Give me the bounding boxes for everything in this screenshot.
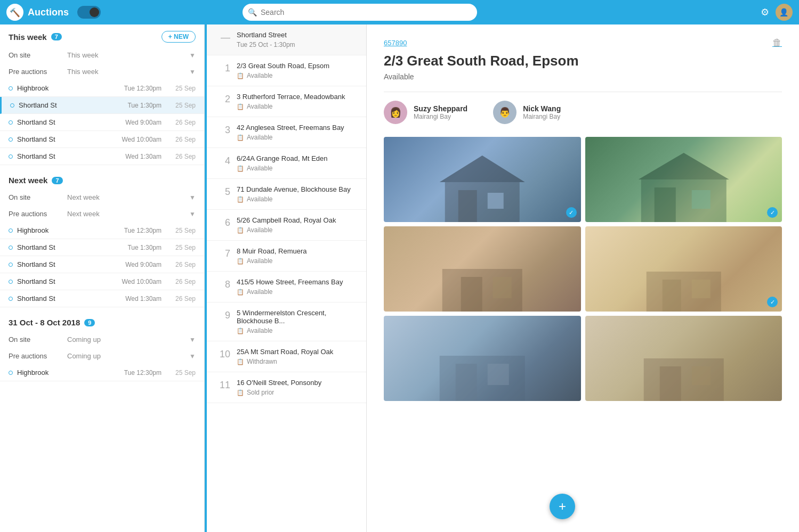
list-item[interactable]: 4 6/24A Grange Road, Mt Eden 📋 Available	[207, 148, 366, 179]
svg-rect-19	[691, 366, 710, 385]
sidebar-item[interactable]: Shortland St Wed 10:00am 26 Sep	[0, 273, 204, 290]
category-pre-auctions-this-week[interactable]: Pre auctions This week ▼	[0, 63, 204, 80]
main-content: This week 7 + NEW On site This week ▼ Pr…	[0, 24, 799, 532]
chevron-icon: ▼	[189, 52, 196, 59]
sidebar-item[interactable]: Highbrook Tue 12:30pm 25 Sep	[0, 80, 204, 97]
property-id[interactable]: 657890	[384, 39, 407, 47]
list-item[interactable]: 1 2/3 Great South Road, Epsom 📋 Availabl…	[207, 55, 366, 86]
calendar-icon: 📋	[237, 389, 244, 396]
sidebar-item[interactable]: Highbrook Tue 12:30pm 25 Sep	[0, 364, 204, 381]
delete-icon[interactable]: 🗑	[772, 37, 782, 48]
list-header-entry[interactable]: — Shortland Street Tue 25 Oct - 1:30pm	[207, 24, 366, 55]
list-item[interactable]: 9 5 Windermerelston Crescent, Blockhouse…	[207, 302, 366, 341]
list-item[interactable]: 2 3 Rutherford Terrace, Meadowbank 📋 Ava…	[207, 86, 366, 117]
sidebar-item[interactable]: Shortland St Tue 1:30pm 25 Sep	[0, 239, 204, 256]
svg-rect-12	[662, 280, 681, 312]
section-title-oct-range: 31 Oct - 8 Oct 2018 9	[9, 318, 95, 327]
dot-icon	[10, 103, 14, 108]
header-actions: ⚙ 👤	[761, 4, 793, 21]
toggle-switch[interactable]	[77, 6, 101, 19]
dot-icon	[9, 120, 13, 125]
dot-icon	[9, 86, 13, 91]
photo-thumb-5[interactable]	[384, 316, 581, 401]
agent-avatar-2: 👨	[493, 101, 516, 124]
sidebar-item[interactable]: Shortland St Wed 1:30am 26 Sep	[0, 148, 204, 165]
svg-rect-18	[659, 366, 681, 401]
svg-rect-6	[654, 187, 675, 222]
logo-icon: 🔨	[6, 4, 23, 21]
list-num-dash: —	[215, 31, 230, 43]
photo-thumb-6[interactable]	[585, 316, 782, 401]
list-num: 6	[215, 216, 230, 228]
chevron-icon: ▼	[189, 336, 196, 343]
dot-icon	[9, 280, 13, 284]
category-on-site-this-week[interactable]: On site This week ▼	[0, 47, 204, 63]
section-title-this-week: This week 7	[9, 32, 62, 42]
sidebar-item[interactable]: Shortland St Wed 1:30am 26 Sep	[0, 290, 204, 307]
sidebar-item-active[interactable]: Shortland St Tue 1:30pm 25 Sep	[0, 97, 204, 114]
agent-location-1: Mairangi Bay	[414, 113, 467, 120]
property-id-row: 657890 🗑	[384, 37, 782, 48]
calendar-icon: 📋	[237, 328, 244, 334]
photo-thumb-1[interactable]: ✓	[384, 137, 581, 222]
svg-rect-10	[493, 277, 512, 298]
next-week-badge: 7	[52, 177, 62, 184]
search-icon: 🔍	[248, 8, 257, 17]
category-on-site-coming[interactable]: On site Coming up ▼	[0, 331, 204, 348]
list-item[interactable]: 3 42 Anglesea Street, Freemans Bay 📋 Ava…	[207, 117, 366, 148]
list-item[interactable]: 10 25A Mt Smart Road, Royal Oak 📋 Withdr…	[207, 341, 366, 372]
list-item[interactable]: 7 8 Muir Road, Remuera 📋 Available	[207, 241, 366, 272]
sidebar: This week 7 + NEW On site This week ▼ Pr…	[0, 24, 205, 532]
list-num: 9	[215, 309, 230, 321]
agent-avatar-1: 👩	[384, 101, 407, 124]
sidebar-item[interactable]: Shortland St Wed 9:00am 26 Sep	[0, 256, 204, 273]
photo-thumb-3[interactable]	[384, 226, 581, 312]
section-title-next-week: Next week 7	[9, 176, 63, 185]
list-num: 1	[215, 62, 230, 74]
section-next-week: Next week 7 On site Next week ▼ Pre auct…	[0, 169, 204, 307]
svg-rect-13	[691, 280, 710, 298]
list-entry-content: Shortland Street Tue 25 Oct - 1:30pm	[237, 31, 358, 48]
calendar-icon: 📋	[237, 103, 244, 110]
category-on-site-next-week[interactable]: On site Next week ▼	[0, 189, 204, 206]
photo-thumb-4[interactable]: ✓	[585, 226, 782, 312]
sidebar-item[interactable]: Highbrook Tue 12:30pm 25 Sep	[0, 222, 204, 239]
photo-check-icon: ✓	[566, 207, 577, 218]
sidebar-item[interactable]: Shortland St Wed 9:00am 26 Sep	[0, 114, 204, 131]
detail-panel: 657890 🗑 2/3 Great South Road, Epsom Ava…	[367, 24, 799, 532]
property-title: 2/3 Great South Road, Epsom	[384, 53, 782, 69]
photo-thumb-2[interactable]: ✓	[585, 137, 782, 222]
dot-icon	[9, 137, 13, 142]
search-input[interactable]	[243, 4, 477, 21]
category-pre-auctions-next-week[interactable]: Pre auctions Next week ▼	[0, 206, 204, 222]
settings-icon[interactable]: ⚙	[761, 6, 769, 18]
list-num: 5	[215, 185, 230, 198]
photo-grid-3	[384, 316, 782, 401]
new-button[interactable]: + NEW	[162, 31, 196, 43]
photo-grid-1: ✓ ✓	[384, 137, 782, 222]
calendar-icon: 📋	[237, 258, 244, 265]
list-item[interactable]: 5 71 Dundale Avenue, Blockhouse Bay 📋 Av…	[207, 179, 366, 210]
category-pre-auctions-coming[interactable]: Pre auctions Coming up ▼	[0, 348, 204, 364]
agent-name-2: Nick Wang	[523, 104, 561, 113]
sidebar-item[interactable]: Shortland St Wed 10:00am 26 Sep	[0, 131, 204, 148]
list-num: 10	[215, 348, 230, 360]
list-item[interactable]: 11 16 O'Neill Street, Ponsonby 📋 Sold pr…	[207, 372, 366, 403]
user-avatar[interactable]: 👤	[776, 4, 793, 21]
calendar-icon: 📋	[237, 358, 244, 365]
chevron-icon: ▼	[189, 210, 196, 218]
dot-icon	[9, 245, 13, 250]
chevron-icon: ▼	[189, 68, 196, 76]
list-num: 3	[215, 124, 230, 136]
app-logo: 🔨 Auctions	[6, 4, 69, 21]
list-item[interactable]: 6 5/26 Campbell Road, Royal Oak 📋 Availa…	[207, 210, 366, 241]
fab-button[interactable]: +	[550, 494, 575, 519]
list-panel: — Shortland Street Tue 25 Oct - 1:30pm 1…	[207, 24, 367, 532]
svg-rect-4	[641, 179, 726, 222]
list-item[interactable]: 8 415/5 Howe Street, Freemans Bay 📋 Avai…	[207, 272, 366, 302]
search-container: 🔍	[243, 4, 477, 21]
calendar-icon: 📋	[237, 196, 244, 203]
svg-rect-15	[456, 364, 477, 401]
dot-icon	[9, 263, 13, 267]
svg-rect-9	[461, 277, 482, 312]
